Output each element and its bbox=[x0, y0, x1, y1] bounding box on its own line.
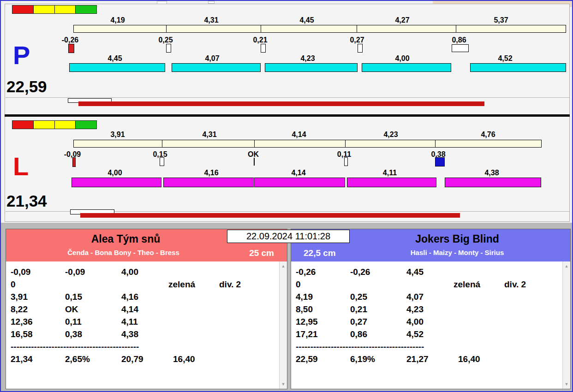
scrollbar[interactable]: ▲ ▼ bbox=[279, 261, 287, 389]
ruler-tick bbox=[254, 140, 255, 147]
table-row: 17,21 0,86 4,52 bbox=[291, 329, 570, 342]
cell: 12,36 bbox=[11, 317, 33, 327]
cell: 0,27 bbox=[350, 317, 367, 327]
separator-row: ----------------------------------------… bbox=[291, 342, 570, 354]
scroll-down-icon[interactable]: ▼ bbox=[563, 380, 570, 388]
scroll-up-icon[interactable]: ▲ bbox=[280, 262, 287, 270]
cell: 4,07 bbox=[406, 292, 424, 302]
app-window: 4,19 4,31 4,45 4,27 5,37 -0,26 0,25 0,21… bbox=[0, 0, 573, 392]
ruler-tick bbox=[162, 140, 162, 147]
table-row: 3,91 0,15 4,16 bbox=[6, 292, 287, 304]
team-panel-left: Alea Tým snů Čenda - Bona Bony - Theo - … bbox=[6, 229, 287, 389]
cell: 0 bbox=[11, 279, 16, 290]
cell: 17,21 bbox=[296, 329, 318, 339]
cell: 4,52 bbox=[406, 329, 424, 339]
table-row: 8,50 0,21 4,23 bbox=[291, 304, 570, 317]
summary-value: 20,79 bbox=[121, 354, 143, 364]
ruler-value: 4,76 bbox=[481, 131, 495, 139]
measure-bar-l bbox=[445, 178, 541, 187]
distance-label: 25 cm bbox=[249, 248, 274, 258]
ruler-bar-l bbox=[73, 140, 542, 148]
cell: 3,91 bbox=[11, 292, 28, 302]
cell: 4,00 bbox=[406, 317, 424, 327]
light-yellow-2 bbox=[55, 121, 76, 129]
cell: 4,16 bbox=[121, 292, 138, 302]
cell: 0,86 bbox=[350, 329, 367, 339]
cell: -0,26 bbox=[296, 267, 316, 277]
bar-value: 4,00 bbox=[107, 169, 122, 177]
cell: -0,09 bbox=[11, 267, 30, 277]
cell: 12,95 bbox=[296, 317, 318, 327]
cell: 0,11 bbox=[65, 317, 82, 327]
separator-row: ----------------------------------------… bbox=[6, 342, 287, 354]
ruler-value: 3,91 bbox=[110, 131, 125, 139]
lane-total-l: 21,34 bbox=[6, 192, 47, 210]
timestamp-display: 22.09.2024 11:01:28 bbox=[227, 230, 350, 243]
measure-bar-l bbox=[254, 178, 345, 187]
cell: 4,11 bbox=[121, 317, 138, 327]
cell: 4,14 bbox=[121, 304, 138, 315]
cell: 0,38 bbox=[65, 329, 82, 339]
summary-percent: 6,19% bbox=[350, 354, 375, 364]
cell: -0,26 bbox=[350, 267, 370, 277]
summary-percent: 2,65% bbox=[65, 354, 90, 364]
cell: OK bbox=[65, 304, 78, 315]
table-row: -0,26 -0,26 4,45 bbox=[291, 267, 570, 279]
cell: 8,22 bbox=[11, 304, 28, 315]
cell: div. 2 bbox=[504, 279, 526, 290]
team-results-left: -0,09 -0,09 4,00 0 zelená div. 2 3,91 0,… bbox=[6, 261, 287, 389]
scroll-up-icon[interactable]: ▲ bbox=[563, 262, 570, 270]
summary-value: 21,27 bbox=[406, 354, 429, 364]
team-results-right: -0,26 -0,26 4,45 0 zelená div. 2 4,19 0,… bbox=[291, 261, 570, 389]
team-players: Čenda - Bona Bony - Theo - Bress bbox=[6, 249, 287, 256]
cell: 4,00 bbox=[121, 267, 138, 277]
scrollbar[interactable]: ▲ ▼ bbox=[562, 261, 570, 389]
cell: div. 2 bbox=[219, 279, 241, 290]
cell: 4,38 bbox=[121, 329, 138, 339]
bar-value: 4,14 bbox=[291, 169, 305, 177]
cell: zelená bbox=[454, 279, 480, 290]
table-row: 4,19 0,25 4,07 bbox=[291, 292, 570, 304]
table-row: 12,36 0,11 4,11 bbox=[6, 317, 287, 329]
bar-value: 4,38 bbox=[484, 169, 499, 177]
cell: 16,58 bbox=[11, 329, 33, 339]
summary-total: 22,59 bbox=[296, 354, 318, 364]
team-panel-right: Jokers Big Blind Hasli - Maizy - Monty -… bbox=[291, 229, 571, 389]
ruler-tick bbox=[435, 140, 436, 147]
bar-value: 4,11 bbox=[383, 169, 397, 177]
light-yellow-1 bbox=[34, 121, 54, 129]
table-row: 0 zelená div. 2 bbox=[291, 279, 570, 292]
lane-letter-l: L bbox=[13, 154, 29, 179]
summary-value: 16,40 bbox=[173, 354, 195, 364]
cell: 0,25 bbox=[350, 292, 367, 302]
measure-bar-l bbox=[163, 178, 254, 187]
distance-label: 22,5 cm bbox=[304, 248, 336, 258]
summary-total: 21,34 bbox=[11, 354, 33, 364]
light-red bbox=[12, 121, 33, 129]
cell: 0 bbox=[296, 279, 301, 290]
cell: zelená bbox=[168, 279, 195, 290]
summary-value: 16,40 bbox=[458, 354, 480, 364]
cell: 0,21 bbox=[350, 304, 367, 315]
offset-marker-white bbox=[344, 157, 348, 166]
offset-marker-white bbox=[160, 157, 164, 166]
table-row: -0,09 -0,09 4,00 bbox=[6, 267, 287, 279]
table-row: 12,95 0,27 4,00 bbox=[291, 317, 570, 329]
status-lights-l bbox=[12, 120, 97, 129]
measure-bar-l bbox=[72, 178, 161, 187]
offset-marker-red bbox=[72, 157, 76, 167]
summary-row: 21,34 2,65% 20,79 16,40 bbox=[6, 354, 287, 367]
offset-marker-tick bbox=[254, 158, 255, 166]
ruler-tick bbox=[345, 140, 346, 147]
cell: 4,19 bbox=[296, 292, 313, 302]
summary-row: 22,59 6,19% 21,27 16,40 bbox=[291, 354, 570, 367]
table-row: 0 zelená div. 2 bbox=[6, 279, 287, 292]
cell: 8,50 bbox=[296, 304, 313, 315]
progress-bar-l bbox=[80, 213, 460, 218]
ruler-value: 4,31 bbox=[202, 131, 216, 139]
ruler-value: 4,14 bbox=[292, 131, 306, 139]
cell: -0,09 bbox=[65, 267, 85, 277]
ruler-value: 4,23 bbox=[383, 131, 398, 139]
offset-marker-blue bbox=[435, 157, 445, 166]
scroll-down-icon[interactable]: ▼ bbox=[280, 380, 287, 388]
